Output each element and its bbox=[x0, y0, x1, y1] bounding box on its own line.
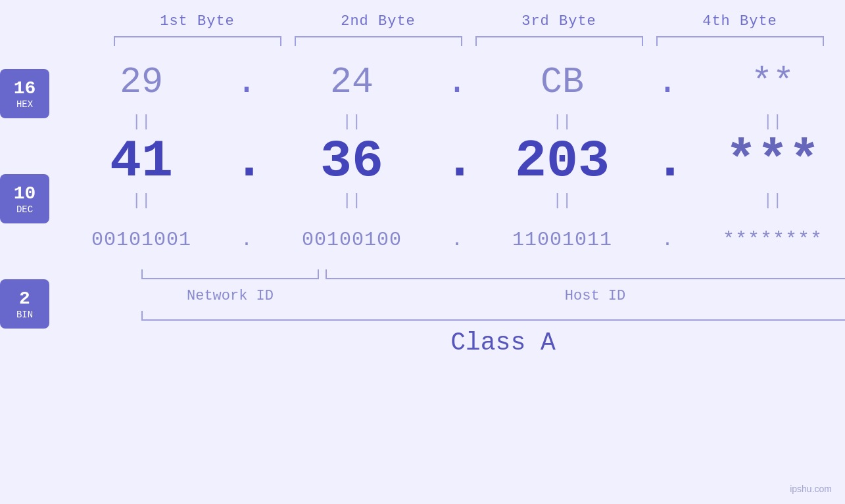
class-label: Class A bbox=[141, 329, 845, 357]
byte-headers: 1st Byte 2nd Byte 3rd Byte 4th Byte bbox=[107, 13, 831, 30]
hex-byte2: 24 bbox=[260, 62, 444, 103]
class-bracket bbox=[141, 311, 845, 321]
bracket-byte1 bbox=[114, 36, 281, 46]
equals-1-b1: || bbox=[49, 113, 233, 131]
dec-number: 10 bbox=[14, 183, 36, 205]
equals-2-b3: || bbox=[470, 192, 654, 210]
hex-dot3: . bbox=[654, 62, 681, 103]
dec-values-row: 41 . 36 . 203 . *** bbox=[49, 135, 845, 187]
dec-badge: 10 DEC bbox=[0, 174, 49, 223]
top-brackets bbox=[107, 36, 831, 49]
main-content: 16 HEX 10 DEC 2 BIN 29 . 24 . CB . ** bbox=[0, 56, 845, 504]
equals-row-2: || || || || bbox=[49, 187, 845, 214]
hex-values-row: 29 . 24 . CB . ** bbox=[49, 56, 845, 108]
bin-byte4: ******** bbox=[681, 229, 845, 251]
bin-dot2: . bbox=[444, 229, 470, 251]
dec-dot3: . bbox=[654, 131, 681, 191]
dec-byte3: 203 bbox=[470, 131, 654, 191]
hex-label: HEX bbox=[16, 99, 33, 110]
hex-dot1: . bbox=[233, 62, 260, 103]
dec-dot1: . bbox=[233, 131, 260, 191]
dec-byte1: 41 bbox=[49, 131, 233, 191]
bottom-labels: Network ID Host ID bbox=[141, 288, 845, 304]
hex-dot2: . bbox=[444, 62, 470, 103]
hex-byte1: 29 bbox=[49, 62, 233, 103]
bin-byte3: 11001011 bbox=[470, 229, 654, 251]
bin-dot3: . bbox=[654, 229, 681, 251]
hex-badge: 16 HEX bbox=[0, 69, 49, 118]
hex-number: 16 bbox=[14, 78, 36, 100]
bin-byte2: 00100100 bbox=[260, 229, 444, 251]
bin-label: BIN bbox=[16, 309, 33, 320]
network-id-label: Network ID bbox=[141, 288, 319, 304]
values-area: 29 . 24 . CB . ** || || || || 41 bbox=[49, 56, 845, 357]
bracket-byte3 bbox=[475, 36, 643, 46]
bottom-section: Network ID Host ID bbox=[141, 269, 845, 304]
dec-byte2: 36 bbox=[260, 131, 444, 191]
equals-2-b1: || bbox=[49, 192, 233, 210]
equals-2-b4: || bbox=[681, 192, 845, 210]
equals-2-b2: || bbox=[260, 192, 444, 210]
equals-1-b2: || bbox=[260, 113, 444, 131]
class-section: Class A bbox=[141, 311, 845, 357]
hex-byte4: ** bbox=[681, 62, 845, 103]
byte2-header: 2nd Byte bbox=[288, 13, 469, 30]
bin-number: 2 bbox=[19, 288, 30, 310]
host-id-label: Host ID bbox=[326, 288, 845, 304]
bin-byte1: 00101001 bbox=[49, 229, 233, 251]
network-bracket bbox=[141, 269, 319, 279]
host-bracket bbox=[326, 269, 845, 279]
footer-text: ipshu.com bbox=[790, 484, 832, 494]
equals-1-b3: || bbox=[470, 113, 654, 131]
byte3-header: 3rd Byte bbox=[469, 13, 650, 30]
main-container: 1st Byte 2nd Byte 3rd Byte 4th Byte 16 H… bbox=[0, 0, 845, 504]
bracket-byte2 bbox=[295, 36, 462, 46]
bin-values-row: 00101001 . 00100100 . 11001011 . *******… bbox=[49, 214, 845, 266]
bracket-byte4 bbox=[656, 36, 824, 46]
bin-badge: 2 BIN bbox=[0, 279, 49, 329]
byte1-header: 1st Byte bbox=[107, 13, 288, 30]
dec-byte4: *** bbox=[681, 131, 845, 191]
bin-dot1: . bbox=[233, 229, 260, 251]
base-labels-col: 16 HEX 10 DEC 2 BIN bbox=[0, 56, 49, 329]
bottom-brackets bbox=[141, 269, 845, 283]
byte4-header: 4th Byte bbox=[650, 13, 831, 30]
equals-1-b4: || bbox=[681, 113, 845, 131]
dec-dot2: . bbox=[444, 131, 470, 191]
dec-label: DEC bbox=[16, 204, 33, 215]
hex-byte3: CB bbox=[470, 62, 654, 103]
